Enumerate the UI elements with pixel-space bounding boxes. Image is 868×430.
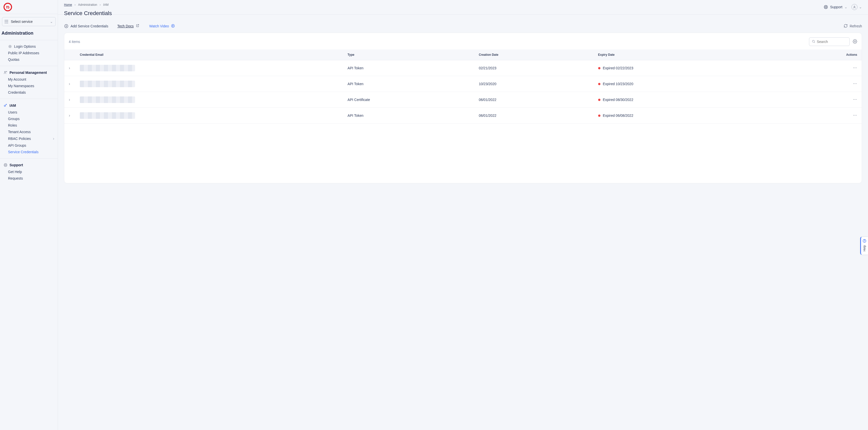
items-count: 4 items xyxy=(69,40,80,44)
lock-icon xyxy=(8,45,12,49)
sidebar-item-tenant-access[interactable]: Tenant Access xyxy=(0,128,58,135)
chevron-down-icon: ⌄ xyxy=(859,5,862,9)
help-tab[interactable]: Help xyxy=(860,237,868,255)
refresh-button[interactable]: Refresh xyxy=(844,24,862,29)
sidebar-item-users[interactable]: Users xyxy=(0,109,58,116)
cell-expiry: Expired 10/23/2020 xyxy=(594,76,778,92)
cell-type: API Token xyxy=(343,60,474,76)
help-label: Help xyxy=(863,245,866,251)
breadcrumb-seg: IAM xyxy=(103,3,108,6)
svg-point-5 xyxy=(6,71,7,72)
cell-created: 10/23/2020 xyxy=(474,76,593,92)
svg-point-8 xyxy=(5,164,6,166)
support-dropdown[interactable]: Support ⌄ xyxy=(824,5,847,9)
sidebar-item-label: Requests xyxy=(8,176,23,180)
expand-row-button[interactable]: › xyxy=(69,97,70,102)
row-actions-menu[interactable] xyxy=(778,60,862,76)
key-icon xyxy=(3,104,7,108)
sidebar-item-my-account[interactable]: My Account xyxy=(0,76,58,83)
external-link-icon xyxy=(136,24,140,28)
status-dot-expired xyxy=(598,115,600,117)
sidebar-item-requests[interactable]: Requests xyxy=(0,175,58,181)
table-body: ›API Token02/21/2023Expired 02/22/2023›A… xyxy=(64,60,862,123)
search-input[interactable] xyxy=(817,40,847,44)
chevron-down-icon: ⌄ xyxy=(844,5,847,9)
search-box[interactable] xyxy=(809,37,850,46)
sidebar-item-quotas[interactable]: Quotas xyxy=(0,56,58,63)
sidebar-item-label: API Groups xyxy=(8,143,26,147)
cell-expiry: Expired 02/22/2023 xyxy=(594,60,778,76)
col-email[interactable]: Credential Email xyxy=(75,50,343,60)
grid-icon xyxy=(5,20,8,23)
page-title: Service Credentials xyxy=(58,10,868,20)
credentials-table: Credential Email Type Creation Date Expi… xyxy=(64,50,862,123)
sidebar-item-label: Public IP Addresses xyxy=(8,51,39,55)
sidebar-logo-row: f5 xyxy=(0,0,58,14)
svg-point-11 xyxy=(854,6,855,7)
col-created[interactable]: Creation Date xyxy=(474,50,593,60)
sidebar-item-service-credentials[interactable]: Service Credentials xyxy=(0,149,58,155)
svg-point-24 xyxy=(856,99,857,99)
page-header: Home Administration IAM Support ⌄ ⌄ Serv… xyxy=(58,0,868,20)
svg-point-10 xyxy=(825,6,827,8)
status-dot-expired xyxy=(598,83,600,85)
table-settings-button[interactable] xyxy=(853,39,857,45)
table-panel: 4 items Credential Email Type Creation D… xyxy=(64,33,862,183)
tech-docs-link[interactable]: Tech Docs xyxy=(117,24,140,28)
sidebar-item-roles[interactable]: Roles xyxy=(0,122,58,128)
row-actions-menu[interactable] xyxy=(778,76,862,92)
svg-point-27 xyxy=(856,115,857,115)
nav-group-personal: Personal Management My Account My Namesp… xyxy=(0,66,58,99)
svg-point-17 xyxy=(855,67,855,68)
sidebar-item-public-ip[interactable]: Public IP Addresses xyxy=(0,50,58,56)
sidebar-item-label: Users xyxy=(8,110,17,114)
add-service-credentials[interactable]: Add Service Credentials xyxy=(64,24,108,28)
svg-point-26 xyxy=(855,115,855,115)
sidebar-item-my-namespaces[interactable]: My Namespaces xyxy=(0,83,58,89)
breadcrumb-sep xyxy=(99,3,101,6)
expand-row-button[interactable]: › xyxy=(69,113,70,118)
row-actions-menu[interactable] xyxy=(778,92,862,108)
col-expiry[interactable]: Expiry Date xyxy=(594,50,778,60)
sidebar-item-login-options[interactable]: Login Options xyxy=(0,43,58,50)
expand-row-button[interactable]: › xyxy=(69,82,70,86)
table-row: ›API Token06/01/2022Expired 06/08/2022 xyxy=(64,108,862,123)
video-label: Watch Video xyxy=(149,24,169,28)
nav-head-label: IAM xyxy=(9,104,16,108)
svg-rect-3 xyxy=(9,46,10,47)
cell-type: API Certificate xyxy=(343,92,474,108)
col-type[interactable]: Type xyxy=(343,50,474,60)
status-dot-expired xyxy=(598,99,600,101)
select-service-dropdown[interactable]: Select service ⌄ xyxy=(2,17,56,26)
sidebar-item-rbac-policies[interactable]: RBAC Policies› xyxy=(0,135,58,142)
row-actions-menu[interactable] xyxy=(778,108,862,123)
svg-point-18 xyxy=(856,67,857,68)
sidebar: f5 Select service ⌄ Administration Login… xyxy=(0,0,58,430)
chevron-down-icon: ⌄ xyxy=(50,20,53,24)
breadcrumb: Home Administration IAM xyxy=(64,3,108,6)
svg-point-19 xyxy=(854,83,854,84)
docs-label: Tech Docs xyxy=(117,24,133,28)
sidebar-item-get-help[interactable]: Get Help xyxy=(0,169,58,175)
expand-row-button[interactable]: › xyxy=(69,66,70,70)
nav-head-label: Personal Management xyxy=(9,70,47,75)
svg-point-25 xyxy=(854,115,854,115)
breadcrumb-seg: Administration xyxy=(78,3,97,6)
sidebar-item-credentials[interactable]: Credentials xyxy=(0,89,58,96)
search-icon xyxy=(812,40,815,44)
nav-group-general: Login Options Public IP Addresses Quotas xyxy=(0,40,58,66)
play-circle-icon xyxy=(171,24,176,28)
plus-circle-icon xyxy=(64,24,68,28)
svg-point-15 xyxy=(855,41,856,42)
sidebar-item-groups[interactable]: Groups xyxy=(0,116,58,122)
svg-point-4 xyxy=(4,71,6,73)
sidebar-item-api-groups[interactable]: API Groups xyxy=(0,142,58,149)
watch-video-link[interactable]: Watch Video xyxy=(149,24,176,28)
avatar-icon xyxy=(851,4,858,10)
user-menu[interactable]: ⌄ xyxy=(851,4,862,10)
breadcrumb-home[interactable]: Home xyxy=(64,3,72,6)
table-head: Credential Email Type Creation Date Expi… xyxy=(64,50,862,60)
user-icon xyxy=(3,70,7,75)
life-ring-icon xyxy=(824,5,828,9)
chevron-right-icon: › xyxy=(53,136,54,141)
